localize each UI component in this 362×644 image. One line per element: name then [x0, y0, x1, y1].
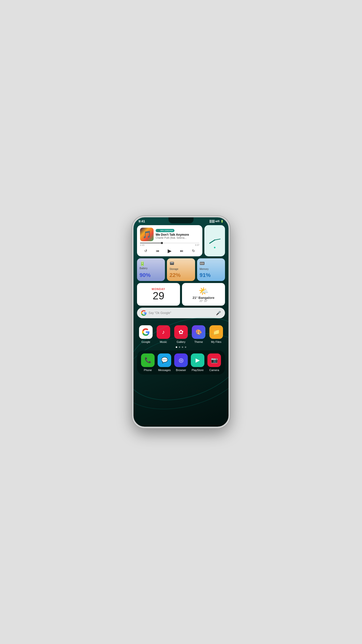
headphone-icon: 🎧: [157, 229, 160, 232]
search-bar[interactable]: Say "Ok Google" 🎤: [137, 308, 225, 318]
svg-rect-10: [203, 262, 204, 264]
music-top: 🎵 🎧 WH-1000XM4 We Don't Talk Anymore Cha…: [140, 228, 199, 241]
messages-icon: 💬: [158, 353, 171, 367]
svg-rect-5: [170, 262, 174, 265]
status-time: 9:41: [139, 219, 145, 223]
svg-point-4: [214, 247, 215, 248]
notch: [168, 217, 194, 223]
browser-icon: ◎: [174, 353, 188, 367]
dock-camera[interactable]: 📷 Camera: [207, 353, 221, 372]
music-progress-bar[interactable]: [140, 243, 199, 243]
camera-label: Camera: [209, 369, 219, 372]
camera-icon: 📷: [207, 353, 221, 367]
widgets-area: 🎵 🎧 WH-1000XM4 We Don't Talk Anymore Cha…: [133, 224, 229, 306]
cal-weather-row: MONDAY 29 🌤️ 21° Bangalore 20° 18°: [137, 283, 225, 306]
svg-rect-6: [170, 262, 173, 263]
svg-rect-8: [200, 262, 201, 264]
status-icons: ▐▐▐ wifi 🔋: [209, 220, 223, 223]
time-total: 3:37: [195, 244, 199, 246]
memory-label: Memory: [200, 268, 222, 270]
cal-date: 29: [153, 291, 164, 301]
device-badge: 🎧 WH-1000XM4: [156, 229, 174, 232]
wifi-icon: wifi: [215, 220, 219, 223]
mic-icon[interactable]: 🎤: [216, 311, 221, 315]
battery-widget: 🔋 Battery 90%: [137, 258, 165, 281]
phone-icon: 📞: [141, 353, 155, 367]
forward-icon[interactable]: ↻: [192, 249, 195, 253]
memory-icon: [200, 261, 222, 267]
browser-label: Browser: [176, 369, 186, 372]
battery-label: Battery: [140, 267, 162, 270]
dock-phone[interactable]: 📞 Phone: [141, 353, 155, 372]
music-info: 🎧 WH-1000XM4 We Don't Talk Anymore Charl…: [156, 228, 199, 239]
memory-widget: Memory 91%: [197, 258, 225, 281]
time-current: 2:20: [140, 244, 145, 246]
search-placeholder: Say "Ok Google": [149, 311, 214, 315]
svg-rect-9: [202, 262, 202, 264]
skip-next-icon[interactable]: ⏭: [180, 249, 184, 253]
weather-range: 20° 18°: [199, 300, 208, 302]
storage-icon: [169, 261, 192, 267]
dock: 📞 Phone 💬 Messages ◎ Browser ▶ PlayStore…: [137, 350, 225, 375]
music-progress-fill: [140, 243, 162, 243]
music-clock-row: 🎵 🎧 WH-1000XM4 We Don't Talk Anymore Cha…: [137, 225, 225, 256]
dock-playstore[interactable]: ▶ PlayStore: [191, 353, 204, 372]
weather-icon: 🌤️: [199, 286, 209, 296]
storage-label: Storage: [169, 268, 192, 270]
memory-value: 91%: [200, 272, 222, 278]
music-artist: Charlie Puth (feat. Selena...: [156, 236, 199, 239]
album-art: 🎵: [140, 228, 154, 241]
music-controls: ↺ ⏮ ▶ ⏭ ↻: [140, 248, 199, 254]
phone-label: Phone: [144, 369, 152, 372]
play-icon[interactable]: ▶: [168, 248, 171, 254]
signal-icon: ▐▐▐: [209, 220, 214, 223]
music-widget[interactable]: 🎵 🎧 WH-1000XM4 We Don't Talk Anymore Cha…: [137, 225, 202, 256]
battery-value: 90%: [140, 272, 162, 278]
system-widgets-row: 🔋 Battery 90% Storage 22%: [137, 258, 225, 281]
clock-svg: [205, 229, 225, 252]
music-times: 2:20 3:37: [140, 244, 199, 246]
storage-widget: Storage 22%: [167, 258, 195, 281]
messages-label: Messages: [158, 369, 171, 372]
svg-point-3: [214, 239, 215, 240]
clock-widget: [204, 225, 225, 256]
replay-icon[interactable]: ↺: [144, 249, 147, 253]
dock-messages[interactable]: 💬 Messages: [158, 353, 171, 372]
music-title: We Don't Talk Anymore: [156, 233, 199, 236]
weather-temp: 21° Bangalore: [193, 296, 214, 300]
google-logo: [141, 310, 147, 316]
battery-icon: 🔋: [140, 261, 162, 266]
storage-value: 22%: [169, 272, 192, 278]
dock-browser[interactable]: ◎ Browser: [174, 353, 188, 372]
calendar-widget: MONDAY 29: [137, 283, 180, 306]
phone-frame: 9:41 ▐▐▐ wifi 🔋 🎵: [132, 216, 230, 428]
playstore-icon: ▶: [191, 353, 204, 367]
weather-widget: 🌤️ 21° Bangalore 20° 18°: [182, 283, 225, 306]
skip-prev-icon[interactable]: ⏮: [156, 249, 159, 253]
battery-status-icon: 🔋: [220, 220, 223, 223]
playstore-label: PlayStore: [192, 369, 204, 372]
phone-screen: 9:41 ▐▐▐ wifi 🔋 🎵: [133, 217, 229, 427]
